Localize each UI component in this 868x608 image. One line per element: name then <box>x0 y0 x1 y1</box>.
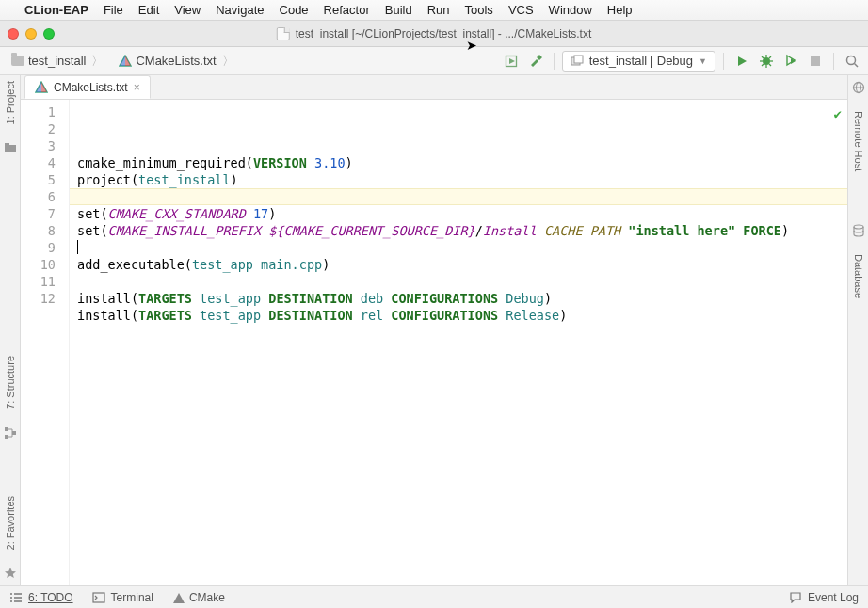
run-config-label: test_install | Debug <box>589 54 693 68</box>
structure-icon[interactable] <box>4 426 17 440</box>
list-icon <box>9 592 23 603</box>
text-caret <box>77 240 78 254</box>
menu-tools[interactable]: Tools <box>465 3 493 17</box>
status-todo[interactable]: 6: TODO <box>9 591 73 604</box>
status-event-log[interactable]: Event Log <box>789 591 859 604</box>
menu-refactor[interactable]: Refactor <box>324 3 370 17</box>
code-line[interactable]: install(TARGETS test_app DESTINATION deb… <box>77 290 840 307</box>
menu-edit[interactable]: Edit <box>138 3 159 17</box>
svg-point-34 <box>854 225 863 229</box>
remote-host-icon[interactable] <box>852 81 865 94</box>
code-line[interactable]: project(test_install) <box>77 171 840 188</box>
svg-rect-19 <box>811 56 820 66</box>
debug-button[interactable] <box>756 51 777 72</box>
rail-label: 7: Structure <box>5 356 16 409</box>
editor-area: CMakeLists.txt × 123456789101112 ✔ cmake… <box>21 75 847 585</box>
breadcrumb-file-label: CMakeLists.txt <box>136 54 216 68</box>
svg-marker-4 <box>509 58 515 64</box>
menu-window[interactable]: Window <box>549 3 592 17</box>
chevron-right-icon: 〉 <box>91 53 104 70</box>
run-with-coverage-button[interactable] <box>780 51 801 72</box>
build-icon[interactable] <box>501 51 522 72</box>
svg-marker-7 <box>738 56 747 66</box>
svg-rect-6 <box>574 56 583 63</box>
folder-icon <box>11 56 24 66</box>
close-icon[interactable]: × <box>134 81 140 94</box>
stop-button[interactable] <box>805 51 826 72</box>
code-line[interactable]: add_executable(test_app main.cpp) <box>77 256 840 273</box>
tool-window-project[interactable]: 1: Project <box>5 81 16 124</box>
window-title-text: test_install [~/CLionProjects/test_insta… <box>296 27 591 40</box>
status-bar: 6: TODO Terminal CMake Event Log <box>0 585 868 608</box>
code-line[interactable] <box>77 239 840 256</box>
code-line[interactable]: set(CMAKE_CXX_STANDARD 17) <box>77 205 840 222</box>
tool-window-database[interactable]: Database <box>853 254 864 298</box>
code-line[interactable]: set(CMAKE_INSTALL_PREFIX ${CMAKE_CURRENT… <box>77 222 840 239</box>
line-number: 7 <box>21 205 56 222</box>
svg-line-14 <box>769 64 771 66</box>
hammer-icon[interactable] <box>525 51 546 72</box>
window-minimize-icon[interactable] <box>25 28 37 40</box>
separator <box>554 53 555 70</box>
window-close-icon[interactable] <box>8 28 19 40</box>
database-icon[interactable] <box>852 224 865 237</box>
code-line[interactable] <box>77 341 840 358</box>
tool-window-structure[interactable]: 7: Structure <box>5 356 16 409</box>
project-folder-icon[interactable] <box>4 141 17 154</box>
menu-navigate[interactable]: Navigate <box>216 3 264 17</box>
line-number: 12 <box>21 290 56 307</box>
svg-line-13 <box>762 56 764 58</box>
code-line[interactable]: install(TARGETS test_app DESTINATION rel… <box>77 307 840 324</box>
left-tool-rail: 1: Project 7: Structure 2: Favorites <box>0 75 21 585</box>
tool-window-favorites[interactable]: 2: Favorites <box>5 496 16 550</box>
line-number: 2 <box>21 120 56 137</box>
menu-view[interactable]: View <box>174 3 201 17</box>
svg-rect-41 <box>93 593 104 602</box>
menu-run[interactable]: Run <box>427 3 450 17</box>
svg-point-20 <box>847 56 856 64</box>
status-cmake[interactable]: CMake <box>172 591 225 604</box>
menu-vcs[interactable]: VCS <box>508 3 534 17</box>
run-config-selector[interactable]: test_install | Debug ▼ <box>562 51 715 72</box>
status-terminal[interactable]: Terminal <box>92 591 153 604</box>
window-zoom-icon[interactable] <box>43 28 55 40</box>
status-todo-label: 6: TODO <box>28 591 73 604</box>
rail-label: 2: Favorites <box>5 496 16 550</box>
line-number: 4 <box>21 154 56 171</box>
line-number: 9 <box>21 239 56 256</box>
rail-label: 1: Project <box>5 81 16 124</box>
cmake-icon <box>119 55 132 68</box>
menu-file[interactable]: File <box>104 3 123 17</box>
breadcrumb-file[interactable]: CMakeLists.txt 〉 <box>113 51 239 72</box>
code-line[interactable] <box>77 324 840 341</box>
code-line[interactable]: cmake_minimum_required(VERSION 3.10) <box>77 154 840 171</box>
cmake-icon <box>172 592 184 603</box>
menu-code[interactable]: Code <box>280 3 309 17</box>
breadcrumb-project-label: test_install <box>28 54 86 68</box>
window-title: test_install [~/CLionProjects/test_insta… <box>277 27 591 40</box>
code-content[interactable]: ✔ cmake_minimum_required(VERSION 3.10)pr… <box>70 100 847 585</box>
code-editor[interactable]: 123456789101112 ✔ cmake_minimum_required… <box>21 100 847 585</box>
separator <box>833 53 834 70</box>
window-titlebar: test_install [~/CLionProjects/test_insta… <box>0 21 868 47</box>
menu-help[interactable]: Help <box>607 3 633 17</box>
star-icon[interactable] <box>4 567 17 580</box>
speech-bubble-icon <box>789 592 802 603</box>
status-event-log-label: Event Log <box>808 591 859 604</box>
run-button[interactable] <box>731 51 752 72</box>
breadcrumb-project[interactable]: test_install 〉 <box>6 51 109 72</box>
search-everywhere-button[interactable] <box>842 51 862 72</box>
code-line[interactable] <box>77 273 840 290</box>
app-name[interactable]: CLion-EAP <box>24 3 88 17</box>
svg-rect-24 <box>5 427 8 431</box>
editor-tabs: CMakeLists.txt × <box>21 75 847 100</box>
tool-window-remote-host[interactable]: Remote Host <box>853 111 864 171</box>
line-number: 6 <box>21 188 56 205</box>
menu-build[interactable]: Build <box>385 3 412 17</box>
file-icon <box>277 27 290 40</box>
window-controls <box>8 28 55 40</box>
svg-marker-42 <box>173 593 185 603</box>
line-number: 5 <box>21 171 56 188</box>
rail-label: Remote Host <box>853 111 864 171</box>
tab-cmakelists[interactable]: CMakeLists.txt × <box>24 75 151 99</box>
